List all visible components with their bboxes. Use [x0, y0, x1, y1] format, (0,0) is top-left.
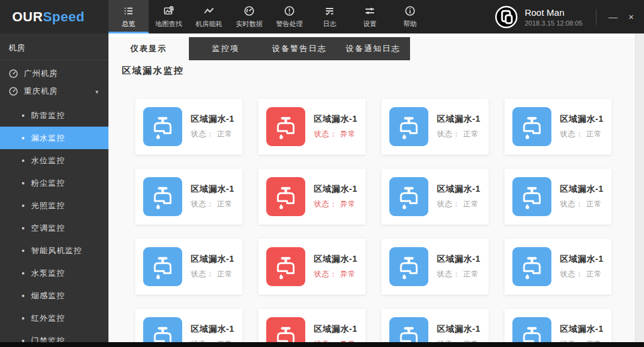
faucet-icon [143, 177, 182, 216]
status-value: 正常 [217, 130, 233, 138]
device-status: 状态： 正常 [191, 129, 234, 139]
sidebar-room-item[interactable]: 重庆机房 [0, 82, 108, 100]
card-text: 区域漏水-1 状态： 正常 [437, 114, 480, 139]
faucet-icon [389, 177, 428, 216]
status-value: 异常 [340, 270, 356, 278]
status-label: 状态： [314, 130, 338, 138]
content-tab[interactable]: 设备通知日志 [336, 37, 410, 60]
faucet-icon [512, 247, 551, 286]
nav-item[interactable]: 总览 [108, 0, 149, 33]
device-title: 区域漏水-1 [437, 114, 480, 125]
device-card[interactable]: 区域漏水-1 状态： 异常 [258, 169, 366, 225]
content-tab[interactable]: 监控项 [189, 37, 263, 60]
monitor-list: 防雷监控 漏水监控 水位监控 粉尘监控 光照监控 [0, 104, 108, 342]
sidebar-monitor-item[interactable]: 漏水监控 [0, 127, 108, 149]
device-card[interactable]: 区域漏水-1 状态： 异常 [258, 99, 366, 155]
nav-item[interactable]: 日志 [310, 0, 350, 33]
device-card[interactable]: 区域漏水-1 状态： 正常 [504, 309, 612, 342]
vertical-scrollbar[interactable] [635, 33, 644, 342]
sidebar-monitor-item[interactable]: 水泵监控 [0, 262, 108, 284]
device-card[interactable]: 区域漏水-1 状态： 正常 [135, 309, 242, 342]
card-text: 区域漏水-1 状态： 正常 [437, 184, 480, 209]
sidebar-monitor-item[interactable]: 水位监控 [0, 149, 108, 172]
device-card[interactable]: 区域漏水-1 状态： 正常 [504, 239, 612, 295]
device-status: 状态： 异常 [314, 269, 357, 279]
sidebar-monitor-item[interactable]: 粉尘监控 [0, 172, 108, 194]
tab-label: 监控项 [212, 43, 239, 54]
bullet-icon [22, 317, 24, 320]
device-card-grid: 区域漏水-1 状态： 正常 区 [135, 99, 644, 342]
settings-icon [364, 5, 375, 16]
sidebar-room-item[interactable]: 广州机房 [0, 65, 108, 82]
nav-item-label: 总览 [122, 19, 135, 29]
nav-item[interactable]: 地图查找 [149, 0, 189, 33]
map-search-icon [163, 5, 174, 16]
user-avatar[interactable] [495, 5, 518, 29]
faucet-icon [143, 247, 182, 286]
card-text: 区域漏水-1 状态： 正常 [191, 254, 234, 279]
card-text: 区域漏水-1 状态： 正常 [191, 114, 234, 139]
close-button[interactable]: × [622, 0, 640, 33]
monitor-item-label: 烟感监控 [31, 290, 65, 301]
card-text: 区域漏水-1 状态： 正常 [560, 324, 603, 342]
device-title: 区域漏水-1 [560, 324, 603, 335]
card-text: 区域漏水-1 状态： 正常 [437, 324, 480, 342]
status-label: 状态： [437, 200, 461, 208]
status-value: 异常 [340, 200, 356, 208]
card-text: 区域漏水-1 状态： 异常 [314, 324, 357, 342]
device-card[interactable]: 区域漏水-1 状态： 正常 [381, 239, 489, 295]
faucet-icon [266, 107, 305, 146]
card-text: 区域漏水-1 状态： 异常 [314, 114, 357, 139]
nav-item[interactable]: 警告处理 [269, 0, 310, 33]
device-card[interactable]: 区域漏水-1 状态： 正常 [381, 309, 489, 342]
device-status: 状态： 正常 [191, 269, 234, 279]
card-text: 区域漏水-1 状态： 正常 [437, 254, 480, 279]
monitor-item-label: 空调监控 [31, 223, 65, 234]
nav-item[interactable]: 帮助 [390, 0, 430, 33]
help-icon [405, 5, 416, 16]
device-card[interactable]: 区域漏水-1 状态： 异常 [258, 309, 366, 342]
device-status: 状态： 正常 [560, 129, 603, 139]
user-datetime: 2018.3.15 12:08:05 [525, 19, 582, 27]
device-status: 状态： 正常 [560, 269, 603, 279]
content-tab[interactable]: 仪表显示 [108, 37, 189, 60]
status-label: 状态： [191, 200, 214, 208]
minimize-button[interactable]: — [604, 0, 622, 33]
sidebar-monitor-item[interactable]: 烟感监控 [0, 284, 108, 307]
device-card[interactable]: 区域漏水-1 状态： 正常 [135, 169, 242, 225]
device-card[interactable]: 区域漏水-1 状态： 正常 [135, 239, 242, 295]
device-card[interactable]: 区域漏水-1 状态： 正常 [381, 99, 489, 155]
sidebar-monitor-item[interactable]: 空调监控 [0, 217, 108, 239]
monitor-item-label: 水位监控 [31, 155, 65, 166]
tab-label: 设备通知日志 [346, 43, 401, 54]
device-title: 区域漏水-1 [560, 114, 603, 125]
device-title: 区域漏水-1 [314, 114, 357, 125]
logo-text-speed: Speed [43, 9, 85, 25]
device-card[interactable]: 区域漏水-1 状态： 正常 [504, 99, 612, 155]
nav-item[interactable]: 实时数据 [229, 0, 269, 33]
sidebar-monitor-item[interactable]: 光照监控 [0, 194, 108, 217]
sidebar-monitor-item[interactable]: 防雷监控 [0, 104, 108, 127]
device-card[interactable]: 区域漏水-1 状态： 异常 [258, 239, 366, 295]
section-title: 区域漏水监控 [122, 65, 644, 77]
sidebar-monitor-item[interactable]: 红外监控 [0, 307, 108, 329]
device-title: 区域漏水-1 [191, 184, 234, 195]
device-title: 区域漏水-1 [560, 254, 603, 265]
device-card[interactable]: 区域漏水-1 状态： 正常 [504, 169, 612, 225]
nav-item-label: 警告处理 [276, 19, 303, 29]
nav-item[interactable]: 机房能耗 [189, 0, 229, 33]
sidebar-monitor-item[interactable]: 智能风机监控 [0, 239, 108, 262]
faucet-icon [266, 317, 305, 342]
gauge-icon [244, 5, 255, 16]
device-card[interactable]: 区域漏水-1 状态： 正常 [135, 99, 242, 155]
sidebar-monitor-item[interactable]: 门禁监控 [0, 329, 108, 342]
faucet-icon [389, 247, 428, 286]
content-tab[interactable]: 设备警告日志 [263, 37, 336, 60]
device-title: 区域漏水-1 [437, 254, 480, 265]
status-value: 正常 [586, 130, 602, 138]
window-bottom-edge [0, 342, 644, 347]
nav-item[interactable]: 设置 [350, 0, 390, 33]
bullet-icon [22, 182, 24, 184]
device-card[interactable]: 区域漏水-1 状态： 正常 [381, 169, 489, 225]
status-label: 状态： [560, 130, 584, 138]
